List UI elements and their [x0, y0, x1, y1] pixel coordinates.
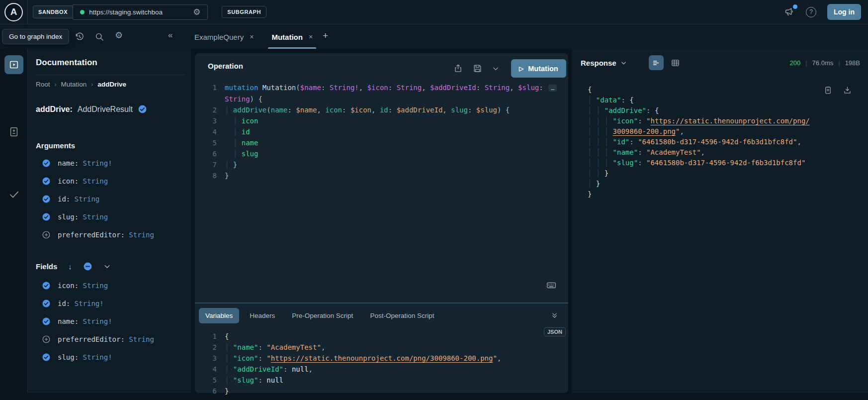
variables-editor[interactable]: 1{2│ "name": "AcademyTest",3│ "icon": "h… [195, 331, 566, 397]
code-line: │ │ │ 3009860-200.png", [588, 126, 866, 137]
code-tokens: │ addDrive(name: $name, icon: $icon, id:… [225, 104, 510, 115]
operation-panel: Operation ▷ Mutation 1mutation Mutation(… [195, 53, 568, 393]
doc-item-text: slug: String! [58, 353, 112, 361]
doc-item-name[interactable]: name: String! [36, 312, 187, 330]
status-code: 200 [790, 59, 801, 67]
breadcrumb-mutation[interactable]: Mutation [61, 81, 87, 88]
code-tokens: │ "addDriveId": null, [225, 364, 313, 375]
go-to-graph-index-tooltip: Go to graph index [2, 29, 69, 44]
share-icon[interactable] [453, 64, 463, 73]
tab-label: Mutation [271, 33, 302, 41]
endpoint-settings-gear-icon[interactable]: ⚙ [193, 8, 200, 16]
explorer-nav-icon[interactable] [4, 55, 23, 74]
code-line: } [588, 189, 866, 200]
chevron-down-icon[interactable] [103, 263, 111, 270]
request-tab-headers[interactable]: Headers [243, 308, 281, 323]
collapse-panel-icon[interactable]: « [168, 30, 173, 40]
help-icon[interactable]: ? [806, 7, 816, 17]
code-tokens: │ } [225, 159, 237, 170]
schema-diff-nav-icon[interactable] [8, 126, 19, 137]
code-tokens: │ id [225, 126, 250, 137]
code-tokens: │ name [225, 137, 258, 148]
code-line: 4│ "addDriveId": null, [195, 364, 566, 375]
response-title-dropdown[interactable]: Response [581, 59, 627, 67]
request-tab-pre-operation-script[interactable]: Pre-Operation Script [285, 308, 359, 323]
collapse-section-double-chevron-icon[interactable] [551, 312, 558, 319]
line-number: 7 [195, 159, 217, 170]
search-icon[interactable] [94, 32, 104, 42]
tree-view-icon[interactable] [649, 55, 664, 70]
code-tokens: │ │ │ 3009860-200.png", [588, 126, 684, 137]
panel-splitter[interactable] [195, 302, 568, 303]
code-tokens: │ icon [225, 115, 258, 126]
checked-circle-icon [42, 317, 51, 326]
doc-item-text: id: String [58, 195, 99, 203]
field-title-name: addDrive: [36, 105, 73, 114]
apollo-logo-icon: A [4, 3, 23, 21]
response-json[interactable]: {│ "data": {│ │ "addDrive": {│ │ │ "icon… [588, 85, 866, 200]
code-tokens: │ slug [225, 148, 258, 159]
sort-down-icon[interactable]: ↓ [68, 262, 72, 271]
request-tab-variables[interactable]: Variables [199, 308, 239, 323]
add-circle-icon [42, 230, 51, 239]
code-tokens: │ │ │ "name": "AcademyTest", [588, 147, 705, 158]
code-tokens: │ │ │ "slug": "6461580b-d317-4596-942d-f… [588, 158, 805, 168]
code-tokens: │ "slug": null [225, 375, 283, 386]
login-button[interactable]: Log in [827, 4, 861, 20]
documentation-panel: Documentation Root › Mutation › addDrive… [28, 49, 191, 393]
field-title-type[interactable]: AddDriveResult [78, 105, 133, 114]
doc-item-icon[interactable]: icon: String [36, 172, 187, 190]
apollo-logo-wrap[interactable]: A [0, 0, 28, 24]
doc-item-icon[interactable]: icon: String [36, 277, 187, 295]
history-icon[interactable] [75, 32, 85, 42]
close-tab-icon[interactable]: × [250, 33, 254, 41]
save-dropdown-chevron-icon[interactable] [492, 65, 499, 72]
code-line: │ │ │ "name": "AcademyTest", [588, 147, 866, 158]
tab-label: ExampleQuery [194, 33, 244, 41]
editor-tabs: ExampleQuery×Mutation× [193, 25, 314, 49]
code-line: │ } [588, 179, 866, 189]
keyboard-shortcuts-icon[interactable] [546, 280, 557, 291]
fields-list: icon: Stringid: String!name: String!pref… [36, 277, 187, 366]
deselect-all-icon[interactable] [83, 262, 92, 271]
checked-circle-icon [42, 195, 51, 203]
doc-item-slug[interactable]: slug: String [36, 208, 187, 226]
code-line: 7│ } [195, 159, 566, 170]
doc-item-preferredEditor[interactable]: preferredEditor: String [36, 226, 187, 244]
check-circle-icon[interactable] [138, 104, 147, 114]
doc-item-name[interactable]: name: String! [36, 154, 187, 172]
checked-circle-icon [42, 177, 51, 186]
endpoint-url-text[interactable]: https://staging.switchboa [89, 8, 188, 16]
settings-gear-icon[interactable]: ⚙ [115, 31, 123, 40]
code-tokens: │ │ "addDrive": { [588, 105, 659, 116]
code-line: │ │ "addDrive": { [588, 105, 866, 116]
checks-nav-icon[interactable] [8, 189, 20, 200]
table-view-icon[interactable] [671, 58, 680, 68]
request-tab-post-operation-script[interactable]: Post-Operation Script [363, 308, 440, 323]
line-number: 4 [195, 126, 217, 137]
topbar-right: ? Log in [784, 4, 868, 20]
doc-item-slug[interactable]: slug: String! [36, 348, 187, 366]
save-icon[interactable] [473, 64, 482, 73]
doc-item-preferredEditor[interactable]: preferredEditor: String [36, 330, 187, 348]
code-line: 3 │ icon [195, 115, 566, 126]
doc-item-text: icon: String [58, 282, 108, 290]
editor-tab-ExampleQuery[interactable]: ExampleQuery× [193, 25, 255, 49]
doc-item-id[interactable]: id: String [36, 190, 187, 208]
code-line: 2│ "name": "AcademyTest", [195, 342, 566, 353]
breadcrumb-root[interactable]: Root [36, 81, 50, 88]
close-tab-icon[interactable]: × [309, 33, 313, 41]
line-number: 4 [195, 364, 217, 375]
endpoint-url-field[interactable]: https://staging.switchboa ⚙ [73, 4, 208, 20]
run-mutation-button[interactable]: ▷ Mutation [511, 59, 566, 78]
editor-tab-Mutation[interactable]: Mutation× [270, 25, 314, 49]
new-tab-button[interactable]: + [321, 30, 330, 41]
doc-item-id[interactable]: id: String! [36, 295, 187, 312]
code-tokens: │ │ } [588, 168, 608, 179]
divider: | [838, 59, 840, 67]
fields-title: Fields [36, 262, 57, 271]
line-number: 1 [195, 331, 217, 342]
announcements-megaphone-icon[interactable] [784, 6, 795, 17]
operation-code-editor[interactable]: 1mutation Mutation($name: String!, $icon… [195, 82, 566, 181]
code-tokens: │ "name": "AcademyTest", [225, 342, 325, 353]
